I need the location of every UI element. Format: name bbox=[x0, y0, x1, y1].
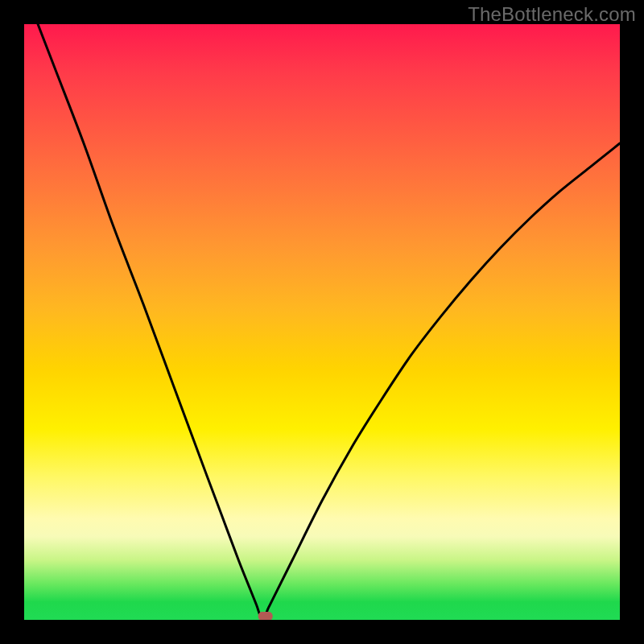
curve-svg bbox=[24, 24, 620, 620]
plot-area bbox=[24, 24, 620, 620]
minimum-marker bbox=[258, 612, 273, 620]
bottleneck-curve bbox=[24, 24, 620, 620]
watermark-text: TheBottleneck.com bbox=[468, 3, 636, 26]
chart-frame: TheBottleneck.com bbox=[0, 0, 644, 644]
